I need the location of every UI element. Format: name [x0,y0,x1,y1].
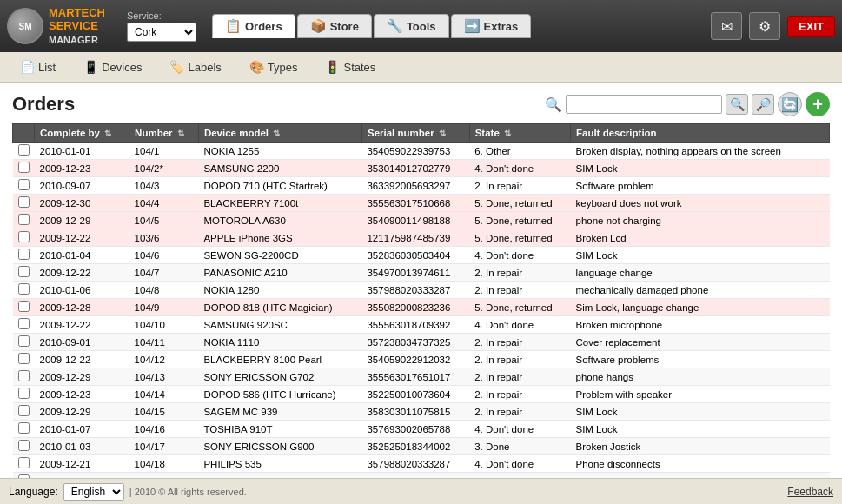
col-serial-number[interactable]: Serial number ⇅ [361,124,469,143]
row-state: 5. Done, returned [469,195,570,212]
row-checkbox-cell [13,195,35,212]
col-device-model[interactable]: Device model ⇅ [198,124,361,143]
table-row[interactable]: 2010-01-01104/1NOKIA 1255354059022939753… [13,143,830,160]
row-checkbox[interactable] [18,474,30,478]
service-select[interactable]: Cork [127,23,196,42]
row-complete-by: 2009-12-23 [35,386,129,403]
table-row[interactable]: 2010-01-07104/16TOSHIBA 910T357693002065… [13,421,830,438]
subnav-list[interactable]: 📄 List [7,56,69,78]
col-number[interactable]: Number ⇅ [129,124,199,143]
row-checkbox[interactable] [18,266,30,277]
search-input[interactable] [566,95,722,114]
feedback-link[interactable]: Feedback [787,486,833,498]
row-checkbox[interactable] [18,231,30,242]
subnav-states[interactable]: 🚦 States [312,56,388,78]
table-row[interactable]: 2009-12-23104/14DOPOD 586 (HTC Hurricane… [13,386,830,403]
row-checkbox[interactable] [18,353,30,364]
row-state: 2. In repair [469,368,570,386]
row-checkbox[interactable] [18,405,30,416]
search-zoom-button[interactable]: 🔍 [726,94,748,115]
row-serial-number: 357988020333287 [361,455,469,473]
row-serial-number: 353014012702779 [361,160,469,177]
subnav-types[interactable]: 🎨 Types [236,56,311,78]
refresh-button[interactable]: 🔄 [778,92,802,116]
tab-tools[interactable]: 🔧 Tools [374,14,449,38]
row-complete-by: 2010-01-01 [35,143,129,160]
language-label: Language: [9,486,58,498]
col-state[interactable]: State ⇅ [469,124,570,143]
table-row[interactable]: 2009-12-30104/4BLACKBERRY 7100t355563017… [13,195,830,212]
row-state: 2. In repair [469,351,570,368]
table-row[interactable]: 2010-09-07104/3DOPOD 710 (HTC Startrek)3… [13,177,830,195]
table-row[interactable]: 2009-12-23104/2*SAMSUNG 2200353014012702… [13,160,830,177]
row-checkbox[interactable] [18,301,30,312]
row-fault-description: Broken display, nothing appears on the s… [570,143,829,160]
row-serial-number: 363392005693297 [361,177,469,195]
row-complete-by: 2009-12-21 [35,455,129,473]
row-checkbox[interactable] [18,440,30,451]
row-checkbox[interactable] [18,214,30,225]
row-number: 104/15 [129,403,199,421]
language-area: Language: English | 2010 © All rights re… [9,483,247,501]
table-row[interactable]: 2009-12-29104/5MOTOROLA A630354090011498… [13,212,830,229]
tab-orders[interactable]: 📋 Orders [212,14,295,38]
row-fault-description: Problem with speaker [570,386,829,403]
exit-button[interactable]: EXIT [787,16,835,37]
row-checkbox[interactable] [18,318,30,329]
main-content: Orders 🔍 🔍 🔎 🔄 + Complete by ⇅ Number ⇅ … [0,83,842,478]
table-row[interactable]: 2009-12-22104/7PANASONIC A21035497001397… [13,264,830,282]
row-checkbox[interactable] [18,370,30,381]
table-row[interactable]: 2009-12-29104/13SONY ERICSSON G702355563… [13,368,830,386]
table-row[interactable]: 2009-12-29104/15SAGEM MC 939358303011075… [13,403,830,421]
row-fault-description: Sim Lock, language change [570,299,829,316]
row-checkbox[interactable] [18,388,30,399]
row-checkbox[interactable] [18,179,30,190]
page-title: Orders [12,93,75,116]
row-complete-by: 2009-12-28 [35,299,129,316]
row-fault-description: SIM Lock [570,160,829,177]
table-row[interactable]: 2010-01-04104/6SEWON SG-2200CD3528360305… [13,247,830,264]
row-state: 3. Done [469,438,570,455]
language-select[interactable]: English [63,483,124,501]
row-checkbox[interactable] [18,457,30,468]
row-checkbox[interactable] [18,162,30,173]
table-row[interactable]: 2009-12-21104/18PHILIPS 5353579880203332… [13,455,830,473]
subnav-labels[interactable]: 🏷️ Labels [156,56,234,78]
table-row[interactable]: 2010-01-06104/8NOKIA 1280357988020333287… [13,282,830,299]
page-header: Orders 🔍 🔍 🔎 🔄 + [12,92,830,116]
table-row[interactable]: 2010-01-03104/17SONY ERICSSON G900352525… [13,438,830,455]
row-complete-by: 2009-12-22 [35,264,129,282]
settings-button[interactable]: ⚙ [749,12,780,40]
row-serial-number: 352836030503404 [361,247,469,264]
row-checkbox[interactable] [18,249,30,260]
tab-extras[interactable]: ➡️ Extras [451,14,532,38]
row-state: 5. Done, returned [469,229,570,247]
row-checkbox[interactable] [18,196,30,208]
row-complete-by: 2009-12-22 [35,351,129,368]
row-device-model: PHILIPS 535 [198,455,361,473]
table-container: Complete by ⇅ Number ⇅ Device model ⇅ Se… [12,123,830,478]
table-row[interactable]: 2009-12-22104/12BLACKBERRY 8100 Pearl354… [13,351,830,368]
table-row[interactable]: 2010-09-01104/11NOKIA 111035723803473732… [13,334,830,351]
table-row[interactable]: 2009-12-28104/9DOPOD 818 (HTC Magician)3… [13,299,830,316]
search-clear-button[interactable]: 🔎 [752,94,774,115]
col-complete-by[interactable]: Complete by ⇅ [35,124,129,143]
email-button[interactable]: ✉ [711,12,742,40]
store-icon: 📦 [310,18,327,34]
col-fault-description[interactable]: Fault description [570,124,829,143]
extras-icon: ➡️ [464,18,481,34]
row-checkbox-cell [13,316,35,334]
row-checkbox[interactable] [18,422,30,434]
row-state: 6. Other [469,143,570,160]
subnav-devices[interactable]: 📱 Devices [70,56,155,78]
tab-store[interactable]: 📦 Store [297,14,372,38]
row-checkbox[interactable] [18,144,30,156]
add-order-button[interactable]: + [806,92,830,116]
row-device-model: NOKIA 1255 [198,143,361,160]
footer: Language: English | 2010 © All rights re… [0,478,842,504]
table-row[interactable]: 2009-12-22104/10SAMSUNG 920SC35556301870… [13,316,830,334]
col-checkbox [13,124,35,143]
table-row[interactable]: 2009-12-22103/6APPLE iPhone 3GS121175987… [13,229,830,247]
row-checkbox[interactable] [18,335,30,347]
row-checkbox[interactable] [18,283,30,295]
